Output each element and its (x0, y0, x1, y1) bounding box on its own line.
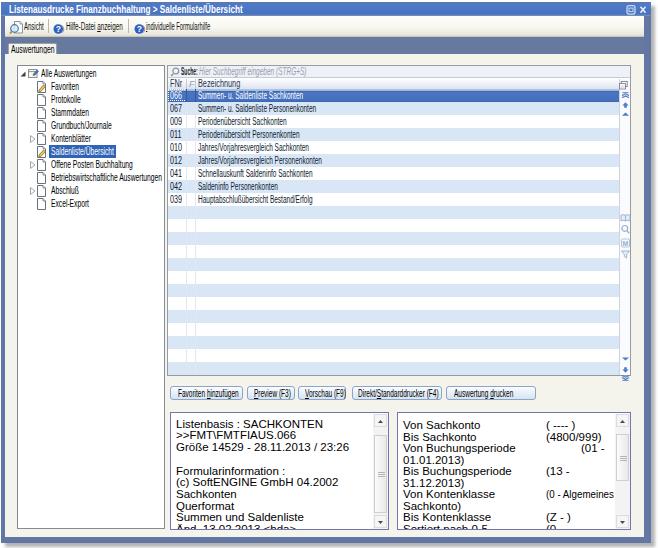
svg-text:?: ? (56, 24, 61, 34)
svg-text:M: M (623, 240, 629, 247)
svg-text:?: ? (137, 24, 142, 34)
